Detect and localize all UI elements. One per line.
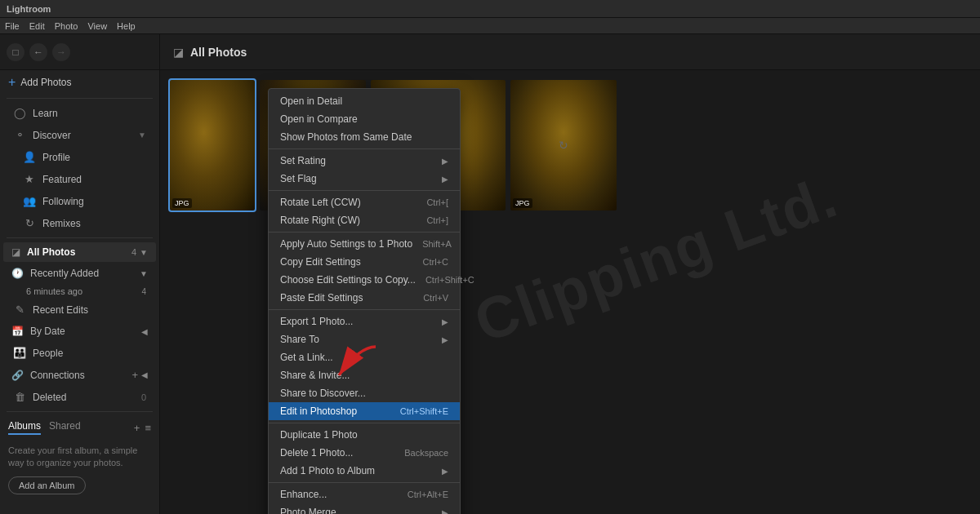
tab-shared[interactable]: Shared	[49, 420, 81, 435]
menu-item-share-invite[interactable]: Share & Invite...	[269, 366, 460, 384]
photo-thumb-1[interactable]: JPG	[170, 80, 255, 210]
albums-section: Albums Shared + ≡ Create your first albu…	[0, 415, 159, 499]
menu-arrow-export: ▶	[442, 317, 448, 326]
menu-photo[interactable]: Photo	[55, 21, 78, 31]
loading-spinner-4: ↻	[559, 139, 568, 152]
forward-arrow-button[interactable]: →	[52, 43, 70, 61]
photos-header-icon: ◪	[173, 46, 184, 59]
sidebar-item-by-date[interactable]: 📅 By Date ◀	[3, 321, 156, 341]
menu-edit[interactable]: Edit	[29, 21, 45, 31]
menu-separator	[269, 232, 460, 233]
app-title: Lightroom	[7, 4, 51, 14]
menu-view[interactable]: View	[87, 21, 107, 31]
content-title: All Photos	[190, 46, 247, 59]
menu-shortcut-choose-edit: Ctrl+Shift+C	[425, 275, 474, 285]
menu-item-rotate-right[interactable]: Rotate Right (CW)Ctrl+]	[269, 211, 460, 229]
list-icon[interactable]: ≡	[145, 422, 151, 434]
discover-icon: ⚬	[13, 129, 26, 141]
divider-1	[7, 98, 153, 99]
menu-item-set-rating[interactable]: Set Rating▶	[269, 152, 460, 170]
menu-item-get-link[interactable]: Get a Link...	[269, 348, 460, 366]
people-label: People	[33, 348, 63, 359]
menu-item-photo-merge[interactable]: Photo Merge▶	[269, 503, 460, 514]
all-photos-count: 4	[131, 247, 136, 257]
menu-item-label-share-discover: Share to Discover...	[280, 388, 366, 399]
recent-edits-label: Recent Edits	[33, 304, 88, 316]
menu-item-label-export: Export 1 Photo...	[280, 316, 353, 327]
sidebar-item-connections[interactable]: 🔗 Connections + ◀	[3, 365, 156, 385]
menu-separator	[269, 190, 460, 191]
back-arrow-button[interactable]: ←	[29, 43, 47, 61]
tab-albums[interactable]: Albums	[8, 420, 41, 435]
menu-item-duplicate[interactable]: Duplicate 1 Photo	[269, 426, 460, 444]
chevron-icon: ▼	[140, 248, 148, 257]
trash-icon: 🗑	[13, 391, 26, 403]
menu-shortcut-enhance: Ctrl+Alt+E	[408, 490, 448, 499]
sidebar-item-profile[interactable]: 👤 Profile	[3, 147, 156, 167]
chevron-down-icon-2: ▼	[140, 269, 148, 278]
menu-item-rotate-left[interactable]: Rotate Left (CCW)Ctrl+[	[269, 193, 460, 211]
menu-arrow-photo-merge: ▶	[442, 508, 448, 515]
photo-thumb-4[interactable]: JPG ↻	[510, 80, 617, 210]
following-icon: 👥	[23, 195, 36, 207]
menu-item-paste-edit[interactable]: Paste Edit SettingsCtrl+V	[269, 289, 460, 307]
plus-icon: +	[8, 75, 16, 90]
menu-item-edit-photoshop[interactable]: Edit in PhotoshopCtrl+Shift+E	[269, 402, 460, 420]
menu-item-enhance[interactable]: Enhance...Ctrl+Alt+E	[269, 485, 460, 503]
menu-item-open-compare[interactable]: Open in Compare	[269, 110, 460, 128]
menu-help[interactable]: Help	[117, 21, 136, 31]
sidebar-item-following[interactable]: 👥 Following	[3, 191, 156, 211]
menu-separator	[269, 482, 460, 483]
sidebar-item-featured[interactable]: ★ Featured	[3, 169, 156, 189]
add-photos-button[interactable]: + Add Photos	[0, 70, 159, 95]
add-album-icon[interactable]: +	[134, 422, 140, 434]
photo-label-4: JPG	[513, 198, 532, 208]
add-connection-icon[interactable]: +	[131, 369, 138, 381]
divider-3	[7, 411, 153, 412]
menu-item-auto-settings[interactable]: Apply Auto Settings to 1 PhotoShift+A	[269, 235, 460, 253]
remixes-label: Remixes	[42, 218, 81, 229]
menu-file[interactable]: File	[5, 21, 20, 31]
remixes-icon: ↻	[23, 217, 36, 229]
chevron-down-icon: ▼	[138, 131, 146, 140]
menu-shortcut-auto-settings: Shift+A	[422, 239, 452, 249]
clock-icon: 🕐	[11, 268, 24, 279]
menu-item-label-set-rating: Set Rating	[280, 155, 326, 166]
menu-item-add-to-album[interactable]: Add 1 Photo to Album▶	[269, 462, 460, 480]
sidebar-item-remixes[interactable]: ↻ Remixes	[3, 213, 156, 233]
menu-item-share-discover[interactable]: Share to Discover...	[269, 384, 460, 402]
menu-arrow-share-to: ▶	[442, 335, 448, 344]
menu-item-label-enhance: Enhance...	[280, 489, 327, 500]
menu-item-show-same-date[interactable]: Show Photos from Same Date	[269, 128, 460, 146]
add-album-button[interactable]: Add an Album	[8, 476, 86, 494]
sidebar-item-discover[interactable]: ⚬ Discover ▼	[3, 125, 156, 145]
menu-item-export[interactable]: Export 1 Photo...▶	[269, 312, 460, 330]
menu-item-choose-edit[interactable]: Choose Edit Settings to Copy...Ctrl+Shif…	[269, 271, 460, 289]
sidebar-item-people[interactable]: 👪 People	[3, 343, 156, 363]
menu-arrow-set-rating: ▶	[442, 157, 448, 166]
chevron-left-icon: ◀	[141, 327, 148, 336]
menu-shortcut-rotate-left: Ctrl+[	[426, 197, 448, 207]
menu-separator	[269, 423, 460, 423]
menu-item-delete[interactable]: Delete 1 Photo...Backspace	[269, 444, 460, 462]
menu-item-label-add-to-album: Add 1 Photo to Album	[280, 465, 375, 476]
menu-item-label-share-invite: Share & Invite...	[280, 370, 350, 381]
menu-item-label-open-compare: Open in Compare	[280, 113, 358, 125]
sidebar: □ ← → + Add Photos ◯ Learn ⚬ Discover ▼ …	[0, 34, 160, 514]
menu-item-label-duplicate: Duplicate 1 Photo	[280, 429, 358, 441]
app-container: □ ← → + Add Photos ◯ Learn ⚬ Discover ▼ …	[0, 34, 980, 514]
menu-item-open-detail[interactable]: Open in Detail	[269, 92, 460, 110]
deleted-count: 0	[141, 392, 146, 402]
menu-shortcut-paste-edit: Ctrl+V	[423, 293, 448, 303]
sidebar-item-recent-edits[interactable]: ✎ Recent Edits	[3, 299, 156, 320]
menu-item-set-flag[interactable]: Set Flag▶	[269, 170, 460, 188]
menu-item-share-to[interactable]: Share To▶	[269, 330, 460, 348]
chevron-left-icon-2: ◀	[141, 370, 148, 379]
sidebar-item-recently-added[interactable]: 🕐 Recently Added ▼	[3, 264, 156, 283]
sidebar-item-all-photos[interactable]: ◪ All Photos 4 ▼	[3, 242, 156, 262]
back-button[interactable]: □	[7, 43, 24, 61]
sidebar-item-deleted[interactable]: 🗑 Deleted 0	[3, 387, 156, 407]
sidebar-item-learn[interactable]: ◯ Learn	[3, 103, 156, 123]
all-photos-label: All Photos	[27, 246, 75, 258]
menu-item-copy-edit[interactable]: Copy Edit SettingsCtrl+C	[269, 253, 460, 271]
